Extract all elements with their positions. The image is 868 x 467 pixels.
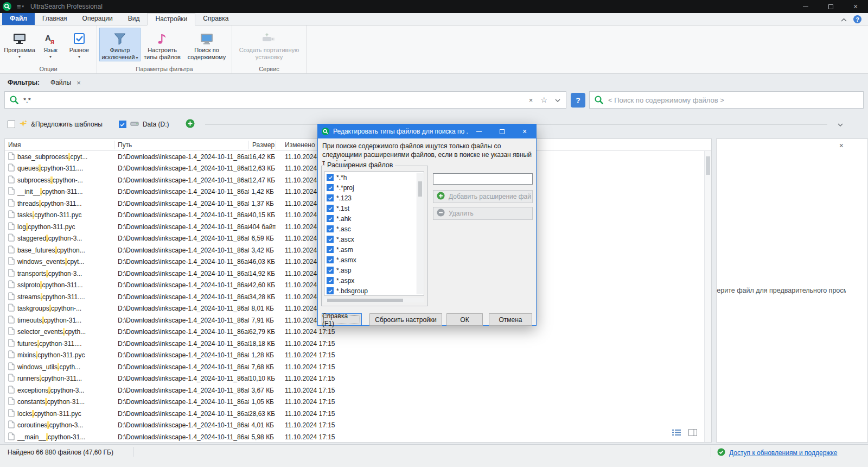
extension-checkbox[interactable] <box>327 287 334 294</box>
collapse-ribbon-icon[interactable] <box>841 16 847 23</box>
help-button[interactable]: Справка (F1) <box>322 313 362 326</box>
file-path: D:\Downloads\inkscape-1.4_2024-10-11_86a… <box>114 340 249 348</box>
extensions-scrollbar[interactable] <box>417 173 423 294</box>
preview-pane-toggle-icon[interactable] <box>688 429 697 438</box>
extension-checkbox[interactable] <box>327 267 334 274</box>
help-icon[interactable]: ? <box>853 15 861 23</box>
dialog-maximize-button[interactable] <box>490 124 513 138</box>
extension-checkbox[interactable] <box>327 225 334 232</box>
table-row[interactable]: mixins.cpython-311.pyc D:\Downloads\inks… <box>5 350 704 362</box>
scrollbar-thumb[interactable] <box>706 156 710 175</box>
close-button[interactable]: × <box>843 0 868 13</box>
extension-checkbox[interactable] <box>327 215 334 222</box>
extension-item[interactable]: *.ahk <box>324 213 424 224</box>
suggest-templates-label: &Предложить шаблоны <box>31 121 103 128</box>
column-header-name[interactable]: Имя <box>5 141 114 149</box>
updates-link[interactable]: Доступ к обновлениям и поддержке <box>729 449 837 457</box>
drive-d-checkbox[interactable] <box>119 121 126 128</box>
search-help-button[interactable]: ? <box>571 93 585 108</box>
ribbon-button-language[interactable]: Aя Язык ▾ <box>38 28 63 60</box>
table-row[interactable]: exceptions.cpython-3... D:\Downloads\ink… <box>5 384 704 396</box>
extension-item[interactable]: *.*proj <box>324 182 424 193</box>
ribbon-button-misc[interactable]: Разное ▾ <box>64 28 94 60</box>
results-count: Найдено 66 880 файлов (47,60 ГБ) <box>8 449 113 456</box>
favorite-star-icon[interactable]: ☆ <box>540 96 547 104</box>
extension-item[interactable]: *.bdsgroup <box>324 286 424 295</box>
table-row[interactable]: constants.cpython-31... D:\Downloads\ink… <box>5 396 704 408</box>
extension-checkbox[interactable] <box>327 277 334 284</box>
table-scrollbar[interactable] <box>704 151 711 442</box>
extension-checkbox[interactable] <box>327 205 334 212</box>
extension-checkbox[interactable] <box>327 236 334 243</box>
extension-checkbox[interactable] <box>327 246 334 253</box>
table-row[interactable]: futures.cpython-311.... D:\Downloads\ink… <box>5 338 704 350</box>
close-preview-icon[interactable]: × <box>839 141 844 150</box>
table-row[interactable]: coroutines.cpython-3... D:\Downloads\ink… <box>5 420 704 432</box>
search-dropdown-icon[interactable] <box>555 96 560 104</box>
file-icon <box>8 327 15 337</box>
extension-label: *.*h <box>336 174 347 181</box>
ok-button[interactable]: ОК <box>446 313 483 326</box>
extension-label: *.asc <box>336 225 351 233</box>
file-name: sslproto.cpython-311... <box>17 281 83 289</box>
dropdown-caret: ▾ <box>78 55 80 59</box>
extension-item[interactable]: *.asm <box>324 244 424 255</box>
file-icon <box>8 199 15 209</box>
ribbon-button-file-types[interactable]: Настроить типы файлов <box>142 28 183 61</box>
table-row[interactable]: runners.cpython-311... D:\Downloads\inks… <box>5 373 704 385</box>
extension-checkbox[interactable] <box>327 184 334 191</box>
tab-operations[interactable]: Операции <box>75 13 120 25</box>
suggest-templates-checkbox[interactable] <box>8 121 15 128</box>
column-header-path[interactable]: Путь <box>114 141 249 149</box>
table-row[interactable]: locks.cpython-311.pyc D:\Downloads\inksc… <box>5 408 704 420</box>
ribbon-button-program[interactable]: Программа ▾ <box>2 28 37 60</box>
extension-item[interactable]: *.aspx <box>324 275 424 286</box>
new-extension-input[interactable] <box>433 173 533 185</box>
minimize-button[interactable] <box>793 0 818 13</box>
svg-text:я: я <box>50 38 54 46</box>
clear-search-icon[interactable]: × <box>529 97 533 104</box>
extension-item[interactable]: *.asp <box>324 265 424 275</box>
extensions-scrollbar-thumb[interactable] <box>418 181 422 197</box>
filter-tab-files[interactable]: Файлы × <box>50 79 81 86</box>
extension-checkbox[interactable] <box>327 174 334 181</box>
reset-settings-button[interactable]: Сбросить настройки <box>369 313 442 326</box>
details-view-icon[interactable] <box>672 429 681 438</box>
tab-settings[interactable]: Настройки <box>147 13 195 26</box>
close-filter-icon[interactable]: × <box>76 79 81 86</box>
dialog-minimize-button[interactable] <box>468 124 490 138</box>
file-name: streams.cpython-311.... <box>17 293 85 301</box>
tab-home[interactable]: Главная <box>35 13 75 25</box>
cancel-button[interactable]: Отмена <box>489 313 532 326</box>
extension-item[interactable]: *.1st <box>324 203 424 213</box>
dialog-close-button[interactable]: × <box>513 124 536 138</box>
file-modified: 11.10.2024 17:15 <box>276 375 335 382</box>
add-drive-icon[interactable] <box>186 119 195 130</box>
tab-view[interactable]: Вид <box>120 13 148 25</box>
extension-item[interactable]: *.123 <box>324 193 424 203</box>
search-input[interactable] <box>23 96 529 104</box>
drive-d-label: Data (D:) <box>143 121 169 128</box>
extension-checkbox[interactable] <box>327 256 334 263</box>
maximize-button[interactable] <box>818 0 843 13</box>
column-header-size[interactable]: Размер <box>249 141 276 149</box>
extension-item[interactable]: *.ascx <box>324 234 424 244</box>
extension-item[interactable]: *.asmx <box>324 255 424 265</box>
content-search-input[interactable] <box>608 96 863 104</box>
ribbon-button-exclusion-filter[interactable]: Фильтр исключений▾ <box>99 28 141 61</box>
table-row[interactable]: windows_utils.cpyth... D:\Downloads\inks… <box>5 361 704 373</box>
extension-checkbox[interactable] <box>327 194 334 201</box>
extension-label: *.aspx <box>336 277 354 285</box>
table-row[interactable]: __main__.cpython-31... D:\Downloads\inks… <box>5 431 704 442</box>
quick-access-menu-icon[interactable]: ≡▾ <box>17 3 24 11</box>
extension-item[interactable]: *.asc <box>324 224 424 234</box>
tab-file[interactable]: Файл <box>2 13 35 25</box>
ribbon-button-content-search[interactable]: Поиск по содержимому <box>184 28 229 61</box>
extensions-hscrollbar[interactable] <box>324 298 424 302</box>
options-collapse-icon[interactable] <box>838 121 843 128</box>
file-name: taskgroups.cpython-... <box>17 305 81 312</box>
tab-help[interactable]: Справка <box>195 13 236 25</box>
table-row[interactable]: selector_events.cpyth... D:\Downloads\in… <box>5 326 704 338</box>
file-size: 3,67 КБ <box>249 387 276 394</box>
extension-item[interactable]: *.*h <box>324 172 424 182</box>
